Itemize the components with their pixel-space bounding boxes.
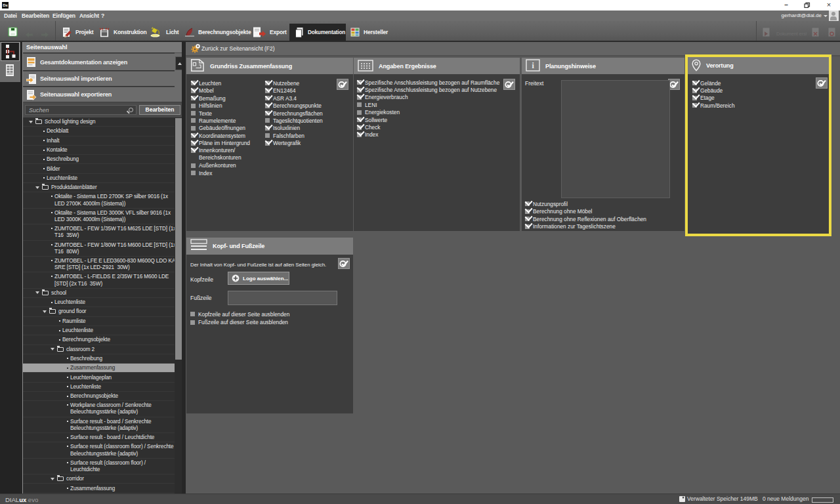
svg-text:i: i	[532, 61, 534, 70]
